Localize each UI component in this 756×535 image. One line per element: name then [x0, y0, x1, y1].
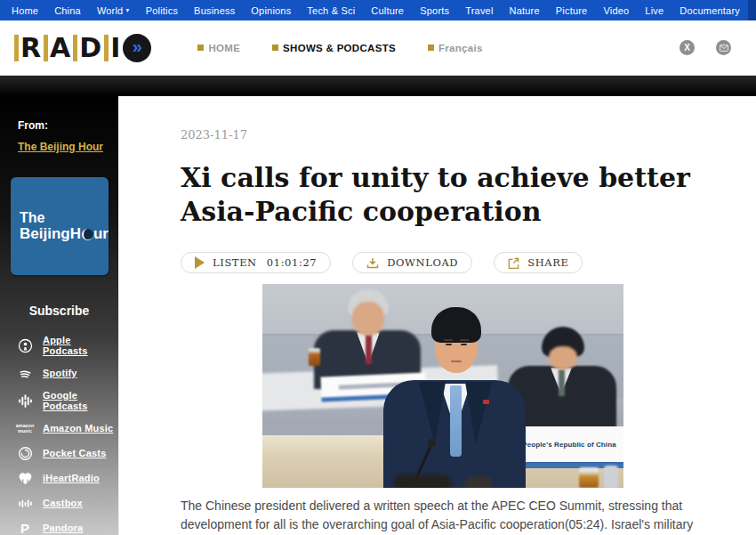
- nameplate-china: People's Republic of China: [515, 426, 623, 462]
- nav-item-business[interactable]: Business: [186, 0, 243, 20]
- share-icon: [508, 257, 519, 269]
- nav-item-video[interactable]: Video: [595, 0, 637, 20]
- x-twitter-icon: X: [684, 44, 690, 53]
- subscribe-apple-podcasts[interactable]: Apple Podcasts: [11, 330, 118, 361]
- article-date: 2023-11-17: [181, 128, 705, 142]
- top-nav-items: Home China World▾ Politics Business Opin…: [0, 0, 748, 20]
- pandora-icon: P: [16, 520, 34, 535]
- black-divider-bar: [0, 76, 756, 96]
- nav-item-live[interactable]: Live: [637, 0, 672, 20]
- nav-item-sports[interactable]: Sports: [412, 0, 457, 20]
- chevron-down-icon: ▾: [125, 6, 129, 14]
- menu-item-shows-podcasts[interactable]: SHOWS & PODCASTS: [272, 43, 396, 53]
- episode-duration: 01:01:27: [267, 256, 317, 269]
- apple-podcasts-icon: [16, 337, 34, 353]
- nav-item-china[interactable]: China: [46, 0, 89, 20]
- subscribe-castbox[interactable]: Castbox: [11, 490, 118, 515]
- action-buttons: LISTEN 01:01:27 DOWNLOAD SHARE: [181, 252, 705, 273]
- nav-item-culture[interactable]: Culture: [363, 0, 412, 20]
- download-icon: [366, 257, 379, 269]
- email-button[interactable]: [716, 40, 731, 55]
- radio-tv-box: Radio TV: [748, 0, 756, 20]
- subscribe-spotify[interactable]: Spotify: [11, 361, 118, 385]
- header-menu: HOME SHOWS & PODCASTS Français: [197, 43, 482, 53]
- subscribe-title: Subscribe: [11, 304, 108, 318]
- show-link-beijing-hour[interactable]: The Beijing Hour: [18, 141, 103, 153]
- x-twitter-button[interactable]: X: [680, 40, 695, 55]
- nav-item-nature[interactable]: Nature: [502, 0, 548, 20]
- download-button[interactable]: DOWNLOAD: [352, 252, 472, 273]
- top-nav: Home China World▾ Politics Business Opin…: [0, 0, 756, 20]
- share-button[interactable]: SHARE: [494, 252, 583, 273]
- pocket-casts-icon: [16, 445, 34, 461]
- google-podcasts-icon: [16, 393, 34, 409]
- nav-item-home[interactable]: Home: [4, 0, 46, 20]
- from-label: From:: [18, 119, 118, 132]
- menu-item-home[interactable]: HOME: [197, 43, 240, 53]
- nav-item-tech-sci[interactable]: Tech & Sci: [299, 0, 363, 20]
- header-social-icons: X: [680, 40, 742, 55]
- site-header: RADIO R A D I » HOME SHOWS & PODCASTS Fr…: [0, 20, 756, 76]
- radio-logo[interactable]: RADIO R A D I »: [14, 34, 151, 62]
- play-icon: »: [123, 34, 151, 62]
- subscribe-pandora[interactable]: P Pandora: [11, 515, 118, 535]
- iheartradio-icon: [16, 470, 34, 486]
- subscribe-pocket-casts[interactable]: Pocket Casts: [11, 441, 118, 466]
- nav-item-politics[interactable]: Politics: [138, 0, 186, 20]
- gold-square-icon: [272, 45, 278, 51]
- nav-item-opinions[interactable]: Opinions: [243, 0, 299, 20]
- nav-item-documentary[interactable]: Documentary: [672, 0, 748, 20]
- article-photo-apec-summit: People's Republic of China: [262, 284, 623, 488]
- nav-item-travel[interactable]: Travel: [457, 0, 501, 20]
- clock-o-icon: [82, 229, 93, 240]
- article-main: 2023-11-17 Xi calls for unity to achieve…: [118, 96, 756, 535]
- listen-button[interactable]: LISTEN 01:01:27: [181, 252, 331, 273]
- sidebar: From: The Beijing Hour The BeijingHur Su…: [0, 96, 118, 535]
- nav-item-world[interactable]: World▾: [89, 0, 138, 20]
- subscribe-google-podcasts[interactable]: Google Podcasts: [11, 385, 118, 416]
- menu-item-francais[interactable]: Français: [428, 43, 483, 53]
- subscribe-amazon-music[interactable]: amazonmusic Amazon Music: [11, 416, 118, 441]
- article-title: Xi calls for unity to achieve better Asi…: [181, 161, 705, 229]
- gold-square-icon: [428, 45, 434, 51]
- subscribe-iheartradio[interactable]: iHeartRadio: [11, 466, 118, 490]
- article-summary: The Chinese president delivered a writte…: [181, 497, 705, 535]
- gold-square-icon: [197, 45, 204, 51]
- nav-item-picture[interactable]: Picture: [548, 0, 596, 20]
- mail-icon: [720, 45, 728, 52]
- top-nav-right: Radio TV: [748, 0, 756, 20]
- spotify-icon: [16, 365, 34, 381]
- beijing-hour-logo[interactable]: The BeijingHur: [11, 177, 109, 275]
- castbox-icon: [16, 495, 34, 511]
- amazon-music-icon: amazonmusic: [16, 420, 34, 436]
- play-icon: [195, 256, 205, 269]
